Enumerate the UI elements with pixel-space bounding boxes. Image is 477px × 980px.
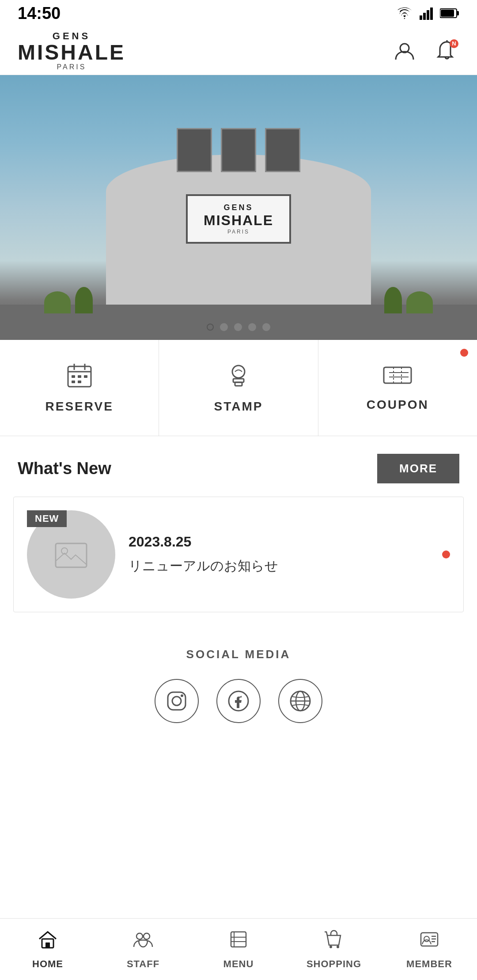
social-media-title: SOCIAL MEDIA xyxy=(18,648,459,661)
menu-icon xyxy=(228,929,249,954)
svg-rect-15 xyxy=(84,375,87,378)
nav-shopping-label: SHOPPING xyxy=(307,958,361,970)
carousel-dot-1[interactable] xyxy=(207,324,214,331)
news-date: 2023.8.25 xyxy=(129,534,429,550)
shopping-icon xyxy=(324,929,344,954)
more-button[interactable]: MORE xyxy=(377,454,459,483)
battery-icon xyxy=(440,8,459,19)
svg-point-38 xyxy=(136,933,143,939)
svg-rect-6 xyxy=(441,10,454,17)
news-notification-dot xyxy=(442,550,450,558)
svg-point-39 xyxy=(144,933,150,939)
quick-menu-reserve[interactable]: RESERVE xyxy=(0,340,159,436)
home-icon xyxy=(38,929,58,954)
social-media-section: SOCIAL MEDIA xyxy=(0,626,477,745)
nav-member-label: MEMBER xyxy=(406,958,452,970)
notifications-button[interactable]: N xyxy=(435,38,459,63)
status-bar: 14:50 xyxy=(0,0,477,26)
logo-gens: GENS xyxy=(53,30,91,42)
svg-rect-37 xyxy=(45,942,50,948)
stamp-label: STAMP xyxy=(214,400,263,414)
instagram-button[interactable] xyxy=(155,679,199,723)
carousel-dots xyxy=(207,323,270,331)
svg-rect-40 xyxy=(231,932,246,947)
svg-point-44 xyxy=(329,946,332,948)
signal-icon xyxy=(420,7,433,20)
header-action-icons: N xyxy=(392,38,459,63)
notification-badge: N xyxy=(450,39,458,48)
nav-member[interactable]: MEMBER xyxy=(382,919,477,980)
svg-rect-17 xyxy=(78,381,81,383)
news-description: リニューアルのお知らせ xyxy=(129,557,429,575)
quick-menu-coupon[interactable]: COUPON xyxy=(318,340,477,436)
social-icons-row xyxy=(18,679,459,723)
svg-rect-27 xyxy=(56,543,87,567)
profile-button[interactable] xyxy=(392,38,417,63)
svg-rect-5 xyxy=(457,11,459,15)
status-time: 14:50 xyxy=(18,4,61,23)
svg-rect-2 xyxy=(427,10,429,20)
bottom-navigation: HOME STAFF MENU xyxy=(0,918,477,980)
carousel-dot-2[interactable] xyxy=(220,323,228,331)
svg-rect-13 xyxy=(72,375,75,378)
coupon-label: COUPON xyxy=(367,398,429,412)
nav-staff-label: STAFF xyxy=(127,958,159,970)
nav-home[interactable]: HOME xyxy=(0,919,95,980)
news-card-1[interactable]: NEW 2023.8.25 リニューアルのお知らせ xyxy=(13,497,464,612)
news-badge: NEW xyxy=(27,510,67,527)
svg-point-31 xyxy=(181,694,183,697)
carousel-dot-5[interactable] xyxy=(262,323,270,331)
nav-staff[interactable]: STAFF xyxy=(95,919,191,980)
app-header: GENS MISHALE PARIS N xyxy=(0,26,477,75)
svg-rect-16 xyxy=(72,381,75,383)
staff-icon xyxy=(133,929,153,954)
brand-logo: GENS MISHALE PARIS xyxy=(18,30,125,71)
stamp-icon xyxy=(225,362,252,392)
nav-home-label: HOME xyxy=(32,958,63,970)
member-icon xyxy=(419,929,439,954)
logo-mishale: MISHALE xyxy=(18,42,125,63)
nav-shopping[interactable]: SHOPPING xyxy=(286,919,382,980)
building-sign-gens: GENS xyxy=(204,203,273,212)
svg-rect-0 xyxy=(420,15,422,20)
carousel-dot-3[interactable] xyxy=(234,323,242,331)
reserve-icon xyxy=(66,362,93,392)
logo-paris: PARIS xyxy=(57,63,87,71)
nav-menu[interactable]: MENU xyxy=(191,919,286,980)
news-content: 2023.8.25 リニューアルのお知らせ xyxy=(129,534,429,575)
svg-point-20 xyxy=(232,366,245,378)
whats-new-section-header: What's New MORE xyxy=(0,436,477,497)
svg-rect-19 xyxy=(235,382,242,386)
status-icons xyxy=(397,7,459,20)
whats-new-title: What's New xyxy=(18,459,111,478)
wifi-icon xyxy=(397,8,413,19)
svg-rect-14 xyxy=(78,375,81,378)
website-button[interactable] xyxy=(278,679,322,723)
quick-menu: RESERVE STAMP COUPON xyxy=(0,340,477,436)
svg-rect-3 xyxy=(430,8,433,20)
carousel-dot-4[interactable] xyxy=(248,323,256,331)
svg-rect-21 xyxy=(384,367,411,383)
svg-point-45 xyxy=(337,946,339,948)
coupon-notification-dot xyxy=(460,349,468,357)
reserve-label: RESERVE xyxy=(45,400,114,414)
quick-menu-stamp[interactable]: STAMP xyxy=(159,340,318,436)
hero-banner: GENS MISHALE PARIS xyxy=(0,75,477,340)
building-sign-mishale: MISHALE xyxy=(204,212,273,229)
coupon-icon xyxy=(382,364,413,391)
svg-point-47 xyxy=(424,936,429,942)
nav-menu-label: MENU xyxy=(223,958,254,970)
svg-point-30 xyxy=(172,697,181,705)
facebook-button[interactable] xyxy=(216,679,261,723)
svg-rect-1 xyxy=(423,13,426,20)
building-sign-paris: PARIS xyxy=(204,229,273,235)
